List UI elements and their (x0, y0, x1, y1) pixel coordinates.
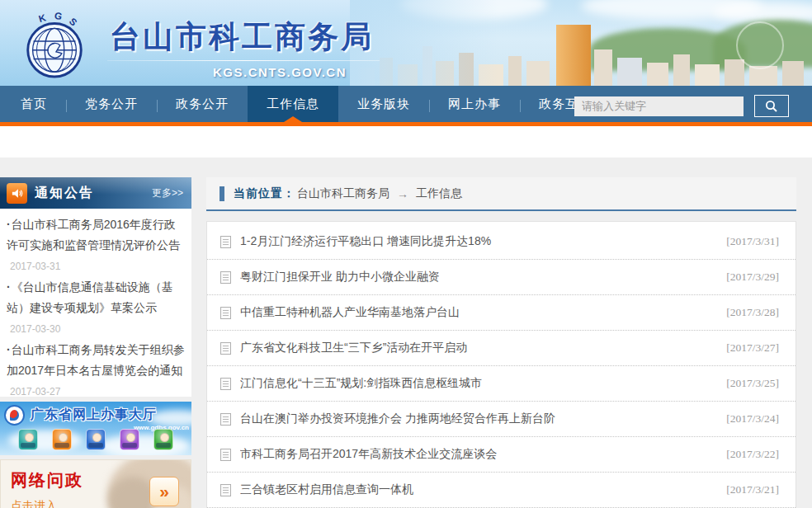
nav-item-gov-affairs[interactable]: 政务公开 (157, 86, 248, 122)
app-icon-green (153, 429, 173, 450)
news-title: 三合镇老区村启用信息查询一体机 (240, 482, 726, 497)
gd-hall-logo (4, 405, 25, 426)
gd-online-hall-banner[interactable]: 广东省网上办事大厅 www.gdbs.gov.cn (0, 402, 191, 455)
nav-item-party-affairs[interactable]: 党务公开 (66, 86, 157, 122)
news-title: 江门信息化“十三五”规划:剑指珠西信息枢纽城市 (240, 376, 726, 391)
nav-item-home[interactable]: 首页 (2, 86, 66, 122)
news-row[interactable]: 台山在澳门举办投资环境推介会 力推两地经贸合作再上新台阶 [2017/3/24] (207, 402, 795, 437)
news-row[interactable]: 广东省文化科技卫生“三下乡”活动在开平启动 [2017/3/27] (207, 331, 795, 366)
news-row[interactable]: 1-2月江门经济运行平稳出口 增速同比提升达18% [2017/3/31] (207, 224, 795, 260)
news-date: [2017/3/29] (726, 270, 779, 284)
notice-date: 2017-03-30 (10, 323, 60, 335)
app-icon-purple (120, 429, 139, 450)
header-cityscape-photo (350, 0, 812, 86)
nav-item-online-services[interactable]: 网上办事 (429, 86, 520, 122)
main-navigation: 首页 党务公开 政务公开 工作信息 业务版块 网上办事 政务互动 (0, 86, 812, 126)
notice-date: 2017-03-31 (10, 261, 60, 272)
double-chevron-right-icon[interactable]: » (149, 477, 179, 506)
news-date: [2017/3/22] (726, 448, 779, 461)
news-date: [2017/3/21] (726, 483, 779, 496)
search-button[interactable] (754, 95, 789, 117)
news-date: [2017/3/31] (726, 235, 779, 248)
site-url: KGS.CNTS.GOV.CN (213, 65, 347, 79)
news-date: [2017/3/27] (726, 341, 779, 355)
document-icon (220, 271, 231, 284)
page-body: 通知公告 更多>> 台山市科工商务局2016年度行政许可实施和监督管理情况评价公… (0, 162, 812, 508)
notice-list-item[interactable]: 台山市科工商务局转发关于组织参加2017年日本名古屋博览会的通知2017-03-… (7, 340, 185, 397)
nav-item-business[interactable]: 业务版块 (338, 86, 429, 122)
news-date: [2017/3/28] (726, 306, 779, 319)
gd-hall-title: 广东省网上办事大厅 (31, 407, 157, 424)
app-icon-orange (52, 429, 72, 450)
news-date: [2017/3/25] (726, 377, 779, 390)
news-title: 中信重工特种机器人产业华南基地落户台山 (240, 305, 726, 320)
notice-list-item[interactable]: 《台山市信息通信基础设施（基站）建设专项规划》草案公示2017-03-30 (7, 277, 185, 340)
document-icon (220, 378, 231, 390)
news-list: 1-2月江门经济运行平稳出口 增速同比提升达18% [2017/3/31] 粤财… (206, 221, 796, 508)
search-area (574, 86, 789, 126)
notice-list-item[interactable]: 台山市科工商务局2016年度行政许可实施和监督管理情况评价公告2017-03-3… (7, 214, 185, 277)
news-title: 广东省文化科技卫生“三下乡”活动在开平启动 (240, 341, 726, 355)
breadcrumb-current: 工作信息 (416, 186, 462, 201)
document-icon (220, 413, 231, 426)
document-icon (220, 484, 231, 496)
nav-item-work-info[interactable]: 工作信息 (248, 86, 338, 122)
notice-more-link[interactable]: 更多>> (152, 186, 183, 200)
document-icon (220, 449, 231, 461)
news-row[interactable]: 市科工商务局召开2017年高新技术企业交流座谈会 [2017/3/22] (207, 437, 795, 473)
breadcrumb-arrow-icon: → (397, 187, 408, 200)
news-date: [2017/3/24] (726, 412, 779, 426)
app-icon-teal (18, 429, 38, 450)
notice-date: 2017-03-27 (10, 386, 60, 397)
search-input[interactable] (574, 96, 744, 116)
breadcrumb-marker (220, 186, 224, 201)
news-title: 1-2月江门经济运行平稳出口 增速同比提升达18% (240, 234, 726, 249)
news-title: 市科工商务局召开2017年高新技术企业交流座谈会 (240, 447, 726, 462)
news-title: 台山在澳门举办投资环境推介会 力推两地经贸合作再上新台阶 (240, 412, 726, 426)
breadcrumb-home-link[interactable]: 台山市科工商务局 (297, 186, 389, 201)
speaker-icon (7, 183, 27, 204)
page-title: 台山市科工商务局 (110, 16, 374, 58)
main-content: 当前位置： 台山市科工商务局 → 工作信息 1-2月江门经济运行平稳出口 增速同… (206, 177, 796, 508)
document-icon (220, 236, 231, 248)
notice-panel-header: 通知公告 更多>> (0, 177, 191, 209)
app-icon-blue (86, 429, 106, 450)
breadcrumb: 当前位置： 台山市科工商务局 → 工作信息 (206, 177, 796, 211)
sidebar: 通知公告 更多>> 台山市科工商务局2016年度行政许可实施和监督管理情况评价公… (0, 177, 191, 508)
news-title: 粤财江门担保开业 助力中小微企业融资 (240, 270, 726, 285)
site-header: KGS 台山市科工商务局 KGS.CNTS.GOV.CN (0, 0, 812, 86)
header-spacer (0, 126, 812, 158)
gd-hall-app-icons (0, 429, 191, 450)
notice-panel-title: 通知公告 (35, 185, 152, 202)
magnifier-icon (765, 100, 778, 113)
online-politics-panel: 网络问政 点击进入 » (0, 459, 191, 508)
news-row[interactable]: 粤财江门担保开业 助力中小微企业融资 [2017/3/29] (207, 260, 795, 295)
site-logo: KGS (18, 3, 91, 82)
document-icon (220, 307, 231, 319)
news-row[interactable]: 中信重工特种机器人产业华南基地落户台山 [2017/3/28] (207, 295, 795, 331)
news-row[interactable]: 三合镇老区村启用信息查询一体机 [2017/3/21] (207, 473, 795, 508)
document-icon (220, 342, 231, 355)
notice-list: 台山市科工商务局2016年度行政许可实施和监督管理情况评价公告2017-03-3… (0, 209, 191, 397)
news-row[interactable]: 江门信息化“十三五”规划:剑指珠西信息枢纽城市 [2017/3/25] (207, 366, 795, 402)
breadcrumb-label: 当前位置： (234, 186, 295, 201)
